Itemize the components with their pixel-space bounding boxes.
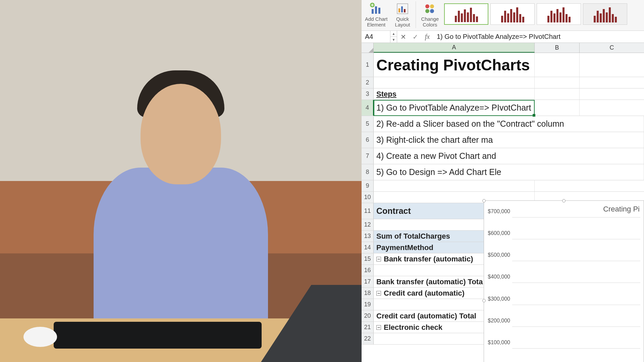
- svg-rect-7: [404, 9, 406, 12]
- instructor-webcam: [0, 0, 362, 362]
- name-box[interactable]: A4: [362, 31, 390, 43]
- collapse-icon[interactable]: −: [376, 291, 381, 296]
- bar-group: [512, 218, 544, 362]
- chart-style-gallery: [444, 1, 643, 25]
- row-header[interactable]: 20: [362, 310, 374, 321]
- row-header[interactable]: 13: [362, 231, 374, 242]
- cell-c3[interactable]: [580, 88, 644, 100]
- row-header[interactable]: 2: [362, 77, 374, 88]
- quick-layout-button[interactable]: Quick Layout: [393, 1, 412, 28]
- bar-group: [576, 218, 608, 362]
- column-header-a[interactable]: A: [374, 43, 535, 53]
- cell-c1[interactable]: [580, 53, 644, 77]
- column-header-b[interactable]: B: [535, 43, 580, 53]
- chart-style-1[interactable]: [444, 3, 488, 25]
- formula-bar: A4 ▲ ▼ ✕ ✓ fx 1) Go to PivotTable Analyz…: [362, 31, 644, 43]
- row-header[interactable]: 19: [362, 299, 374, 310]
- name-box-stepper[interactable]: ▲ ▼: [390, 31, 397, 43]
- collapse-icon[interactable]: −: [376, 257, 381, 261]
- change-colors-button[interactable]: Change Colors: [419, 1, 441, 28]
- row-header[interactable]: 16: [362, 265, 374, 276]
- cell-a2[interactable]: [374, 77, 535, 88]
- cell-c2[interactable]: [580, 77, 644, 88]
- chevron-up-icon[interactable]: ▲: [390, 31, 397, 37]
- svg-rect-6: [401, 6, 403, 12]
- cell-a15-text: Bank transfer (automatic): [384, 255, 473, 263]
- cell-b4[interactable]: [535, 100, 580, 116]
- mouse-shape: [23, 327, 57, 347]
- svg-point-11: [430, 9, 434, 13]
- cell-a8[interactable]: 5) Go to Design => Add Chart Ele: [374, 164, 644, 180]
- svg-rect-1: [375, 6, 377, 14]
- pivot-chart[interactable]: Creating Pi $0$100,000$200,000$300,000$4…: [484, 200, 644, 362]
- y-tick-label: $100,000: [485, 340, 510, 346]
- chart-style-4[interactable]: [583, 3, 627, 25]
- cell-a21-text: Electronic check: [384, 323, 442, 332]
- collapse-icon[interactable]: −: [376, 325, 381, 330]
- row-header[interactable]: 7: [362, 148, 374, 164]
- row-header[interactable]: 10: [362, 192, 374, 203]
- row-header[interactable]: 9: [362, 180, 374, 191]
- row-header[interactable]: 5: [362, 116, 374, 132]
- cell-a7[interactable]: 4) Create a new Pivot Chart and: [374, 148, 644, 164]
- add-chart-element-button[interactable]: Add Chart Element: [363, 1, 390, 28]
- cell-b1[interactable]: [535, 53, 580, 77]
- column-header-c[interactable]: C: [580, 43, 644, 53]
- row-header[interactable]: 3: [362, 88, 374, 100]
- add-chart-element-icon: [369, 2, 383, 15]
- y-tick-label: $400,000: [485, 274, 510, 280]
- cell-c4[interactable]: [580, 100, 644, 116]
- y-tick-label: $200,000: [485, 318, 510, 324]
- row-header[interactable]: 8: [362, 164, 374, 180]
- row-header[interactable]: 17: [362, 276, 374, 287]
- cell-a6[interactable]: 3) Right-click the chart after ma: [374, 132, 644, 148]
- y-tick-label: $700,000: [485, 208, 510, 215]
- cancel-formula-icon[interactable]: ✕: [397, 33, 409, 41]
- svg-rect-2: [378, 8, 380, 14]
- row-header[interactable]: 14: [362, 242, 374, 253]
- svg-point-8: [425, 4, 429, 8]
- excel-window: Add Chart Element Quick Layout: [362, 0, 644, 362]
- cell-a9[interactable]: [374, 180, 535, 191]
- bars-container: [512, 218, 640, 362]
- row-header[interactable]: 22: [362, 333, 374, 344]
- row-header[interactable]: 21: [362, 322, 374, 333]
- row-header[interactable]: 1: [362, 53, 374, 77]
- y-tick-label: $300,000: [485, 296, 510, 302]
- cell-b3[interactable]: [535, 88, 580, 100]
- row-header[interactable]: 11: [362, 203, 374, 219]
- bar-group: [544, 218, 577, 362]
- enter-formula-icon[interactable]: ✓: [409, 33, 421, 41]
- formula-input[interactable]: 1) Go to PivotTable Analyze=> PIvotChart: [433, 33, 644, 41]
- change-colors-icon: [423, 2, 437, 15]
- select-all-corner[interactable]: [362, 43, 374, 53]
- svg-point-10: [425, 9, 429, 13]
- quick-layout-label: Quick Layout: [395, 16, 410, 28]
- resize-handle[interactable]: [482, 199, 486, 202]
- quick-layout-icon: [395, 2, 410, 15]
- head-shape: [141, 84, 221, 184]
- resize-handle[interactable]: [562, 199, 566, 202]
- row-header[interactable]: 6: [362, 132, 374, 148]
- cell-b2[interactable]: [535, 77, 580, 88]
- ribbon: Add Chart Element Quick Layout: [362, 0, 644, 31]
- cell-a1[interactable]: Creating PivotCharts: [374, 53, 535, 77]
- cell-a3[interactable]: Steps: [374, 88, 535, 100]
- svg-rect-5: [398, 8, 400, 12]
- row-header[interactable]: 12: [362, 219, 374, 230]
- person-silhouette: [51, 29, 311, 362]
- fx-icon[interactable]: fx: [421, 33, 433, 41]
- row-header[interactable]: 15: [362, 253, 374, 264]
- add-chart-element-label: Add Chart Element: [365, 16, 388, 28]
- worksheet[interactable]: 1 Creating PivotCharts 2 3 Steps 4 1) Go…: [362, 53, 644, 345]
- row-header[interactable]: 18: [362, 288, 374, 299]
- cell-a4[interactable]: 1) Go to PivotTable Analyze=> PIvotChart: [374, 100, 535, 116]
- row-header[interactable]: 4: [362, 100, 374, 116]
- chart-style-3[interactable]: [537, 3, 581, 25]
- chevron-down-icon[interactable]: ▼: [390, 37, 397, 43]
- column-headers: A B C: [362, 43, 644, 53]
- chart-style-2[interactable]: [490, 3, 535, 25]
- ribbon-divider: [416, 1, 416, 28]
- plot-area[interactable]: $0$100,000$200,000$300,000$400,000$500,0…: [512, 218, 640, 362]
- cell-a5[interactable]: 2) Re-add a Slicer based on the "Contrac…: [374, 116, 644, 132]
